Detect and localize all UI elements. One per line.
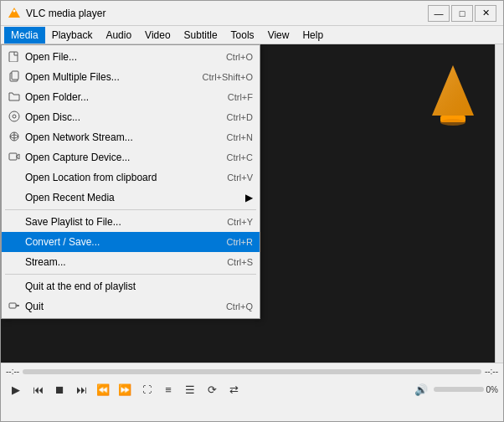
open-folder-label: Open Folder... (25, 91, 211, 103)
main-window: VLC media player — □ ✕ Media Playback Au… (0, 0, 504, 422)
menu-view[interactable]: View (261, 27, 296, 44)
video-area[interactable]: Open File... Ctrl+O Open Multiple Files.… (1, 44, 495, 363)
media-dropdown-menu: Open File... Ctrl+O Open Multiple Files.… (1, 44, 260, 319)
fullscreen-button[interactable]: ⛶ (136, 379, 157, 399)
separator-2 (5, 274, 256, 275)
menu-item-open-recent[interactable]: Open Recent Media ▶ (2, 188, 260, 208)
svg-rect-9 (12, 71, 18, 80)
menu-item-save-playlist[interactable]: Save Playlist to File... Ctrl+Y (2, 212, 260, 232)
extended-button[interactable]: ≡ (158, 379, 178, 399)
open-capture-shortcut: Ctrl+C (227, 152, 253, 162)
svg-point-6 (440, 119, 465, 126)
title-bar: VLC media player — □ ✕ (1, 1, 503, 26)
svg-rect-1 (13, 14, 16, 18)
close-button[interactable]: ✕ (475, 5, 496, 22)
open-folder-icon (8, 90, 25, 105)
open-network-shortcut: Ctrl+N (227, 132, 253, 142)
stream-shortcut: Ctrl+S (227, 257, 253, 267)
shuffle-button[interactable]: ⇄ (224, 379, 244, 399)
open-disc-icon (8, 111, 25, 125)
time-current: --:-- (6, 367, 19, 376)
svg-rect-14 (9, 153, 17, 160)
svg-rect-7 (9, 52, 18, 62)
open-capture-label: Open Capture Device... (25, 152, 210, 163)
quit-icon (8, 300, 25, 314)
open-multiple-icon (8, 70, 25, 85)
forward-button[interactable]: ⏩ (115, 379, 135, 399)
save-playlist-label: Save Playlist to File... (25, 216, 210, 228)
window-controls: — □ ✕ (428, 5, 496, 22)
volume-area: 🔊 0% (411, 379, 498, 399)
menu-item-open-disc[interactable]: Open Disc... Ctrl+D (2, 107, 260, 127)
open-network-icon (8, 131, 25, 145)
menu-item-open-multiple[interactable]: Open Multiple Files... Ctrl+Shift+O (2, 67, 260, 87)
maximize-button[interactable]: □ (451, 5, 473, 22)
right-scrollbar (495, 44, 503, 363)
submenu-arrow-icon: ▶ (245, 192, 253, 203)
open-location-shortcut: Ctrl+V (227, 172, 253, 183)
svg-point-10 (9, 111, 19, 121)
next-button[interactable]: ⏭ (71, 379, 91, 399)
menu-tools[interactable]: Tools (224, 27, 261, 44)
menu-bar: Media Playback Audio Video Subtitle Tool… (1, 26, 503, 44)
minimize-button[interactable]: — (428, 5, 450, 22)
rewind-button[interactable]: ⏪ (93, 379, 113, 399)
playlist-button[interactable]: ☰ (180, 379, 200, 399)
open-multiple-label: Open Multiple Files... (25, 71, 185, 83)
bottom-controls: --:-- --:-- ▶ ⏮ ⏹ ⏭ ⏪ ⏩ ⛶ ≡ ☰ ⟳ ⇄ 🔊 (1, 363, 503, 421)
quit-label: Quit (25, 301, 209, 312)
convert-save-label: Convert / Save... (25, 236, 210, 248)
open-network-label: Open Network Stream... (25, 131, 210, 143)
svg-point-11 (13, 115, 16, 118)
open-location-label: Open Location from clipboard (25, 172, 210, 183)
stop-button[interactable]: ⏹ (49, 379, 69, 399)
svg-rect-16 (9, 303, 16, 308)
menu-item-stream[interactable]: Stream... Ctrl+S (2, 252, 260, 272)
app-icon (8, 7, 21, 20)
controls-row: ▶ ⏮ ⏹ ⏭ ⏪ ⏩ ⛶ ≡ ☰ ⟳ ⇄ 🔊 0% (6, 379, 498, 399)
volume-track[interactable] (434, 387, 484, 392)
separator-1 (5, 209, 256, 210)
menu-item-open-location[interactable]: Open Location from clipboard Ctrl+V (2, 167, 260, 188)
menu-help[interactable]: Help (296, 27, 330, 44)
menu-media[interactable]: Media (4, 27, 45, 44)
quit-shortcut: Ctrl+Q (226, 301, 253, 311)
open-file-shortcut: Ctrl+O (226, 52, 253, 62)
open-folder-shortcut: Ctrl+F (228, 92, 253, 102)
menu-item-open-network[interactable]: Open Network Stream... Ctrl+N (2, 127, 260, 147)
svg-point-2 (13, 9, 16, 12)
save-playlist-shortcut: Ctrl+Y (227, 217, 253, 227)
open-recent-label: Open Recent Media (25, 192, 242, 203)
menu-item-convert-save[interactable]: Convert / Save... Ctrl+R (2, 232, 260, 252)
open-file-label: Open File... (25, 51, 209, 63)
menu-playback[interactable]: Playback (45, 27, 100, 44)
menu-item-open-folder[interactable]: Open Folder... Ctrl+F (2, 87, 260, 107)
volume-label: 0% (486, 385, 498, 394)
menu-video[interactable]: Video (138, 27, 177, 44)
open-disc-label: Open Disc... (25, 111, 210, 123)
volume-icon[interactable]: 🔊 (411, 379, 431, 399)
open-file-icon (8, 50, 25, 64)
quit-end-label: Quit at the end of playlist (25, 280, 253, 292)
progress-track[interactable] (23, 369, 481, 374)
convert-save-shortcut: Ctrl+R (227, 237, 253, 247)
open-disc-shortcut: Ctrl+D (227, 112, 253, 122)
window-title: VLC media player (26, 8, 428, 19)
play-button[interactable]: ▶ (6, 379, 26, 399)
main-content: Open File... Ctrl+O Open Multiple Files.… (1, 44, 503, 363)
time-total: --:-- (485, 367, 498, 376)
menu-item-open-file[interactable]: Open File... Ctrl+O (2, 47, 260, 67)
menu-item-quit[interactable]: Quit Ctrl+Q (2, 296, 260, 316)
svg-marker-4 (432, 65, 474, 116)
menu-item-quit-end[interactable]: Quit at the end of playlist (2, 276, 260, 296)
menu-item-open-capture[interactable]: Open Capture Device... Ctrl+C (2, 147, 260, 167)
prev-button[interactable]: ⏮ (28, 379, 48, 399)
repeat-button[interactable]: ⟳ (202, 379, 222, 399)
vlc-cone (428, 61, 478, 128)
menu-subtitle[interactable]: Subtitle (177, 27, 224, 44)
menu-audio[interactable]: Audio (99, 27, 138, 44)
progress-bar-container: --:-- --:-- (6, 367, 498, 376)
open-capture-icon (8, 151, 25, 165)
open-multiple-shortcut: Ctrl+Shift+O (202, 72, 253, 82)
stream-label: Stream... (25, 256, 210, 268)
